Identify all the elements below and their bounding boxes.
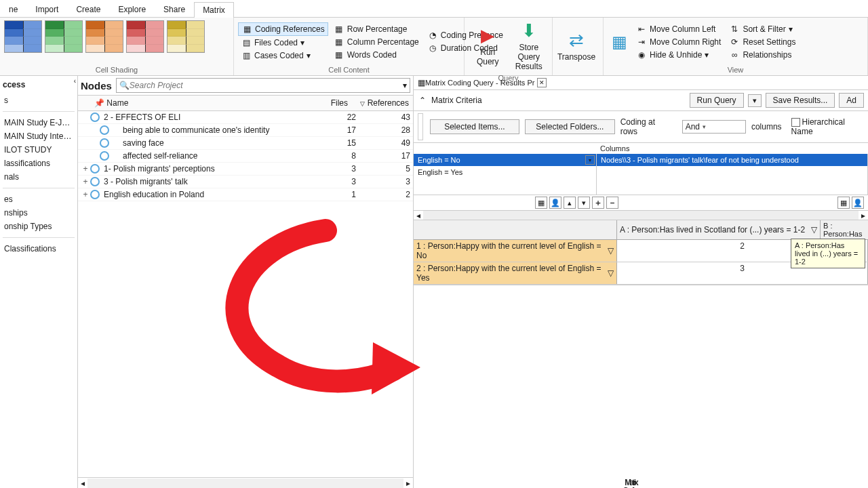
relationships-button[interactable]: ∞Relationships bbox=[726, 49, 798, 61]
tab-create[interactable]: Create bbox=[67, 1, 109, 17]
expand-icon[interactable] bbox=[81, 113, 90, 122]
node-row[interactable]: +1- Polish migrants' perceptions35 bbox=[78, 163, 413, 176]
col-refs-header[interactable]: ▽ References bbox=[352, 96, 413, 110]
columns-listbox[interactable]: Nodes\\3 - Polish migrants' talk\fear of… bbox=[597, 154, 868, 195]
rows-user-icon[interactable]: 👤 bbox=[549, 197, 561, 209]
coding-references-button[interactable]: ▦Coding References bbox=[238, 22, 328, 36]
columns-label: columns bbox=[751, 122, 782, 131]
col-item-selected[interactable]: Nodes\\3 - Polish migrants' talk\fear of… bbox=[597, 154, 867, 166]
expand-icon[interactable] bbox=[81, 151, 90, 161]
node-name: 1- Polish migrants' perceptions bbox=[104, 164, 322, 174]
expand-icon[interactable]: + bbox=[81, 164, 90, 174]
filter-icon[interactable]: ▽ bbox=[608, 268, 614, 278]
tab-explore[interactable]: Explore bbox=[109, 1, 155, 17]
eye-icon: ◉ bbox=[636, 50, 647, 60]
node-row[interactable]: 2 - EFFECTS OF ELI2243 bbox=[78, 111, 413, 124]
search-box[interactable]: 🔍 ▾ bbox=[116, 78, 410, 93]
transpose-button[interactable]: ⇄Transpose bbox=[557, 28, 596, 63]
node-row[interactable]: +3 - Polish migrants' talk33 bbox=[78, 176, 413, 188]
node-row[interactable]: saving face1549 bbox=[78, 137, 413, 150]
hierarchical-checkbox[interactable] bbox=[791, 118, 800, 127]
tab-matrix[interactable]: Matrix bbox=[194, 2, 234, 18]
cases-coded-button[interactable]: ▥Cases Coded ▾ bbox=[238, 49, 328, 62]
tab-import[interactable]: Import bbox=[26, 1, 67, 17]
col-pct-button[interactable]: ▦Column Percentage bbox=[331, 36, 422, 48]
cols-user-icon[interactable]: 👤 bbox=[852, 197, 864, 209]
columns-heading: Columns bbox=[414, 143, 868, 154]
run-query-button[interactable]: ▶Run Query bbox=[469, 24, 507, 68]
rows-dropdown-icon[interactable]: ▾ bbox=[585, 155, 595, 165]
cols-tool-icon[interactable]: ▦ bbox=[837, 197, 850, 209]
operator-select[interactable]: And bbox=[682, 120, 746, 134]
cell-shading-label: Cell Shading bbox=[4, 64, 229, 74]
words-coded-button[interactable]: ▦Words Coded bbox=[331, 49, 422, 61]
matrix-row-1-header[interactable]: 1 : Person:Happy with the current level … bbox=[414, 240, 617, 262]
expand-icon[interactable]: + bbox=[81, 177, 90, 186]
search-input[interactable] bbox=[130, 81, 403, 90]
rows-listbox[interactable]: English = No English = Yes ▾ bbox=[414, 154, 597, 195]
result-tab-title[interactable]: Matrix Coding Query - Results Pr bbox=[425, 79, 534, 87]
nav-item[interactable]: lassifications bbox=[3, 157, 75, 170]
expand-icon[interactable] bbox=[81, 125, 90, 135]
h-scrollbar[interactable]: ◂▸ bbox=[78, 477, 413, 488]
nav-item[interactable]: MAIN Study E-Journals bbox=[3, 116, 75, 129]
splitter[interactable] bbox=[418, 113, 423, 140]
tab-share[interactable]: Share bbox=[155, 1, 194, 17]
play-icon: ▶ bbox=[481, 25, 494, 46]
close-tab-icon[interactable]: ✕ bbox=[537, 78, 547, 87]
filter-icon[interactable]: ▽ bbox=[811, 225, 817, 235]
nav-item[interactable]: Classifications bbox=[3, 242, 75, 256]
selected-folders-button[interactable]: Selected Folders... bbox=[525, 119, 615, 134]
nav-item[interactable]: ILOT STUDY bbox=[3, 143, 75, 157]
transpose-icon: ⇄ bbox=[569, 30, 584, 51]
expand-icon[interactable]: + bbox=[81, 190, 90, 199]
matrix-col-a-header[interactable]: A : Person:Has lived in Scotland for (..… bbox=[617, 220, 821, 239]
sort-filter-button[interactable]: ⇅Sort & Filter ▾ bbox=[726, 23, 798, 35]
move-col-left-button[interactable]: ⇤Move Column Left bbox=[633, 23, 724, 35]
node-icon bbox=[90, 164, 100, 174]
tab-home[interactable]: ne bbox=[0, 1, 26, 17]
h-scrollbar-2[interactable]: ◂▸ bbox=[414, 211, 868, 220]
run-query-dropdown[interactable]: ▾ bbox=[748, 94, 762, 107]
reset-settings-button[interactable]: ⟳Reset Settings bbox=[726, 36, 798, 48]
row-item[interactable]: English = Yes bbox=[414, 166, 596, 178]
nav-item[interactable]: s bbox=[3, 94, 75, 107]
col-pct-icon: ▦ bbox=[334, 37, 344, 47]
pin-icon: 📌 bbox=[94, 98, 104, 108]
row-pct-button[interactable]: ▦Row Percentage bbox=[331, 23, 422, 35]
selected-items-button[interactable]: Selected Items... bbox=[430, 119, 520, 134]
save-results-button[interactable]: Save Results... bbox=[766, 93, 835, 108]
node-row[interactable]: +English education in Poland12 bbox=[78, 188, 413, 201]
nav-item[interactable]: nals bbox=[3, 170, 75, 184]
store-results-button[interactable]: ⬇Store Query Results bbox=[510, 19, 549, 73]
cell-shading-gallery[interactable] bbox=[4, 19, 229, 53]
nav-item[interactable]: es bbox=[3, 192, 75, 206]
rows-up-icon[interactable]: ▴ bbox=[564, 197, 576, 209]
col-name-header[interactable]: Name bbox=[106, 98, 128, 108]
nav-item[interactable]: nships bbox=[3, 206, 75, 220]
run-query-button-2[interactable]: Run Query bbox=[690, 93, 744, 108]
rows-tool-icon[interactable]: ▦ bbox=[535, 197, 547, 209]
add-criteria-button[interactable]: Ad bbox=[839, 93, 864, 108]
filter-icon[interactable]: ▽ bbox=[608, 246, 614, 256]
rows-add-icon[interactable]: ＋ bbox=[592, 197, 604, 209]
node-row[interactable]: being able to communicate one's identity… bbox=[78, 124, 413, 137]
nav-item[interactable]: onship Types bbox=[3, 220, 75, 233]
matrix-row-2-header[interactable]: 2 : Person:Happy with the current level … bbox=[414, 262, 617, 284]
matrix-col-b-header[interactable]: B : Person:Has bbox=[821, 220, 868, 239]
node-row[interactable]: affected self-reliance817 bbox=[78, 150, 413, 163]
row-item-selected[interactable]: English = No bbox=[414, 154, 596, 166]
rows-down-icon[interactable]: ▾ bbox=[578, 197, 590, 209]
files-coded-button[interactable]: ▤Files Coded ▾ bbox=[238, 37, 328, 49]
collapse-nav-icon[interactable]: ‹ bbox=[74, 77, 76, 85]
expand-icon[interactable] bbox=[81, 138, 90, 148]
col-files-header[interactable]: Files bbox=[318, 96, 352, 110]
hide-unhide-button[interactable]: ◉Hide & Unhide ▾ bbox=[633, 49, 724, 61]
search-dropdown-icon[interactable]: ▾ bbox=[403, 81, 407, 90]
rows-remove-icon[interactable]: － bbox=[606, 197, 618, 209]
nav-item[interactable]: MAIN Study Interview1 bbox=[3, 129, 75, 143]
collapse-criteria-icon[interactable]: ⌃ bbox=[418, 96, 427, 105]
move-col-right-button[interactable]: ⇥Move Column Right bbox=[633, 36, 724, 48]
result-tab-icon: ▦ bbox=[418, 78, 425, 87]
right-icon: ⇥ bbox=[636, 37, 647, 47]
